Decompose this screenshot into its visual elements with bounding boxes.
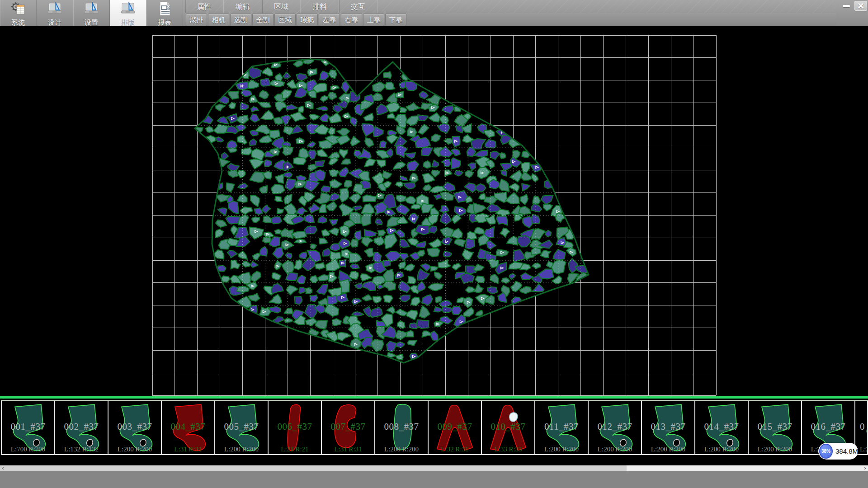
piece-id-label: 004_#37: [162, 421, 214, 432]
piece-thumbnail-cells: 001_#37L:700 R:700002_#37L:132 R:132003_…: [1, 400, 868, 455]
piece-thumbnail-4[interactable]: 004_#37L:31 R:31: [162, 401, 215, 454]
piece-counts-label: L:33 R:33: [482, 446, 534, 453]
main-button-设计[interactable]: 设计: [37, 0, 73, 26]
piece-counts-label: L:32 R:31: [429, 446, 481, 453]
nesting-app-window: 系统设计设置排版报表 属性编辑区域排料交互 聚排相机选割全割区域瑕疵左靠右靠上靠…: [0, 0, 868, 488]
piece-id-label: 011_#37: [535, 421, 588, 432]
piece-thumbnail-strip: 001_#37L:700 R:700002_#37L:132 R:132003_…: [0, 399, 868, 465]
tool-buttons-row: 聚排相机选割全割区域瑕疵左靠右靠上靠下靠: [185, 13, 836, 27]
nesting-canvas[interactable]: [0, 26, 868, 396]
piece-thumbnail-12[interactable]: 012_#37L:200 R:200: [589, 401, 642, 454]
main-button-设置[interactable]: 设置: [73, 0, 110, 26]
menu-tab-排料[interactable]: 排料: [301, 0, 339, 13]
memory-status-badge: 38% 384.8M: [818, 443, 858, 460]
menu-area: 属性编辑区域排料交互 聚排相机选割全割区域瑕疵左靠右靠上靠下靠: [185, 0, 836, 26]
settings-ruler-icon: [84, 0, 99, 18]
tool-button-全割[interactable]: 全割: [252, 14, 274, 26]
piece-thumbnail-7[interactable]: 007_#37L:31 R:31: [322, 401, 375, 454]
tool-button-右靠[interactable]: 右靠: [341, 14, 362, 26]
piece-id-label: 005_#37: [215, 421, 268, 432]
piece-thumbnail-5[interactable]: 005_#37L:200 R:200: [215, 401, 269, 454]
tool-button-相机[interactable]: 相机: [208, 14, 229, 26]
bottom-status-band: [0, 471, 868, 488]
window-controls: ✕: [840, 1, 867, 11]
piece-id-label: 009_#37: [429, 421, 481, 432]
scroll-left-arrow[interactable]: ‹: [0, 465, 6, 471]
tool-button-左靠[interactable]: 左靠: [319, 14, 340, 26]
piece-thumbnail-15[interactable]: 015_#37L:200 R:200: [749, 401, 802, 454]
piece-thumbnail-8[interactable]: 008_#37L:200 R:200: [375, 401, 429, 454]
main-toolbar-buttons: 系统设计设置排版报表: [0, 0, 183, 26]
piece-id-label: 016_#37: [802, 421, 854, 432]
memory-value: 384.8M: [835, 447, 858, 455]
piece-thumbnail-2[interactable]: 002_#37L:132 R:132: [55, 401, 108, 454]
piece-id-label: 008_#37: [375, 421, 428, 432]
piece-id-label: 006_#37: [269, 421, 321, 432]
tool-button-聚排[interactable]: 聚排: [186, 14, 207, 26]
piece-id-label: 001_#37: [2, 421, 54, 432]
piece-id-label: 012_#37: [589, 421, 641, 432]
main-button-排版[interactable]: 排版: [110, 0, 146, 26]
menu-tab-区域[interactable]: 区域: [262, 0, 301, 13]
piece-id-label: 007_#37: [322, 421, 374, 432]
piece-id-label: 015_#37: [749, 421, 801, 432]
piece-id-label: 014_#37: [695, 421, 748, 432]
close-icon: ✕: [857, 2, 864, 10]
piece-thumbnail-10[interactable]: 010_#37L:33 R:33: [482, 401, 535, 454]
piece-thumbnail-9[interactable]: 009_#37L:32 R:31: [429, 401, 482, 454]
piece-id-label: 003_#37: [108, 421, 161, 432]
piece-id-label: 013_#37: [642, 421, 694, 432]
piece-id-label: 002_#37: [55, 421, 108, 432]
piece-counts-label: L:200 R:200: [215, 446, 268, 453]
report-doc-icon: [157, 0, 172, 18]
main-button-系统[interactable]: 系统: [0, 0, 37, 26]
toolbar: 系统设计设置排版报表 属性编辑区域排料交互 聚排相机选割全割区域瑕疵左靠右靠上靠…: [0, 0, 868, 26]
menu-tab-属性[interactable]: 属性: [185, 0, 224, 13]
menu-tab-交互[interactable]: 交互: [339, 0, 377, 13]
piece-thumbnail-17[interactable]: 0L:2: [855, 401, 868, 454]
piece-counts-label: L:700 R:700: [2, 446, 54, 453]
piece-thumbnail-1[interactable]: 001_#37L:700 R:700: [2, 401, 55, 454]
minimize-button[interactable]: [840, 1, 853, 11]
piece-thumbnail-3[interactable]: 003_#37L:200 R:200: [108, 401, 162, 454]
piece-counts-label: L:31 R:31: [322, 446, 374, 453]
main-button-报表[interactable]: 报表: [146, 0, 183, 26]
tool-button-上靠[interactable]: 上靠: [363, 14, 384, 26]
nesting-ruler-icon: [120, 0, 136, 18]
menu-tabs-row: 属性编辑区域排料交互: [185, 0, 836, 13]
menu-tab-编辑[interactable]: 编辑: [224, 0, 262, 13]
piece-thumbnail-6[interactable]: 006_#37L:21 R:21: [269, 401, 322, 454]
progress-circle: 38%: [819, 444, 833, 459]
piece-counts-label: L:132 R:132: [55, 446, 108, 453]
piece-counts-label: L:200 R:200: [589, 446, 641, 453]
piece-counts-label: L:31 R:31: [162, 446, 214, 453]
progress-percent: 38%: [821, 449, 830, 454]
piece-counts-label: L:200 R:200: [535, 446, 588, 453]
tool-button-下靠[interactable]: 下靠: [385, 14, 406, 26]
piece-counts-label: L:200 R:200: [749, 446, 801, 453]
scrollbar-thumb[interactable]: [6, 465, 627, 471]
piece-counts-label: L:200 R:200: [375, 446, 428, 453]
design-ruler-icon: [47, 0, 62, 18]
piece-counts-label: L:200 R:200: [108, 446, 161, 453]
piece-thumbnail-13[interactable]: 013_#37L:200 R:200: [642, 401, 695, 454]
piece-id-label: 0: [855, 421, 868, 432]
minimize-icon: [843, 5, 850, 7]
horizontal-scrollbar[interactable]: ‹ ›: [0, 465, 868, 471]
piece-counts-label: L:200 R:200: [642, 446, 694, 453]
nesting-layout-drawing: [0, 26, 868, 396]
scroll-right-arrow[interactable]: ›: [862, 465, 868, 471]
tool-button-选割[interactable]: 选割: [230, 14, 251, 26]
system-gear-icon: [10, 0, 26, 18]
tool-button-瑕疵[interactable]: 瑕疵: [297, 14, 318, 26]
piece-counts-label: L:200 R:200: [695, 446, 748, 453]
close-button[interactable]: ✕: [854, 1, 867, 11]
piece-counts-label: L:21 R:21: [269, 446, 321, 453]
piece-thumbnail-11[interactable]: 011_#37L:200 R:200: [535, 401, 589, 454]
tool-button-区域[interactable]: 区域: [274, 14, 296, 26]
piece-id-label: 010_#37: [482, 421, 534, 432]
piece-thumbnail-14[interactable]: 014_#37L:200 R:200: [695, 401, 749, 454]
